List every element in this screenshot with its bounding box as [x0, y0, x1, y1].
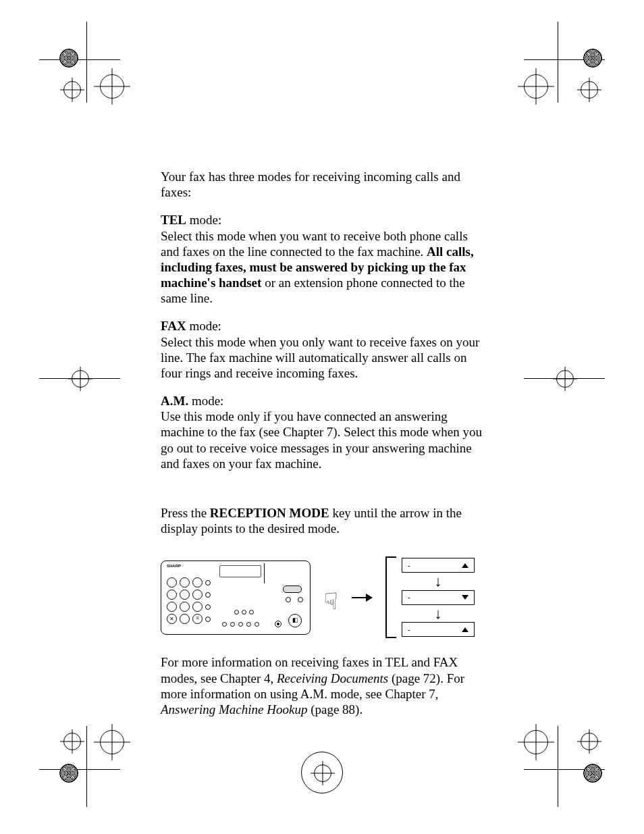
registration-mark-icon: [39, 726, 120, 807]
tel-mode-name: TEL: [161, 213, 186, 227]
registration-mark-icon: [524, 351, 605, 432]
fax-panel-illustration: SHARP ◧: [161, 561, 311, 635]
fax-mode-suffix: mode:: [186, 319, 221, 333]
footer-italic2: Answering Machine Hookup: [161, 702, 307, 716]
footer-text: For more information on receiving faxes …: [161, 654, 485, 717]
fax-mode-block: FAX mode: Select this mode when you only…: [161, 318, 485, 381]
indicator-up-icon: [462, 627, 468, 632]
brand-label: SHARP: [167, 564, 181, 569]
intro-text: Your fax has three modes for receiving i…: [161, 169, 485, 200]
am-desc: Use this mode only if you have connected…: [161, 409, 482, 471]
registration-mark-icon: [301, 752, 343, 793]
bracket-icon: [385, 556, 396, 638]
arrow-down-icon: ↓: [435, 575, 442, 588]
small-circle-icon: [275, 621, 281, 627]
registration-mark-icon: [524, 22, 605, 103]
state-dash: -: [408, 625, 410, 634]
tel-desc-before: Select this mode when you want to receiv…: [161, 229, 468, 259]
arrow-right-icon: [352, 597, 372, 598]
state-box-1: -: [402, 558, 475, 573]
state-box-2: -: [402, 590, 475, 605]
bottom-buttons-icon: [222, 622, 259, 627]
state-dash: -: [408, 561, 410, 570]
indicator-down-icon: [462, 595, 468, 600]
right-buttons-icon: [283, 585, 303, 602]
page-content: Your fax has three modes for receiving i…: [161, 169, 485, 729]
press-before: Press the: [161, 506, 210, 520]
mid-buttons-icon: [234, 610, 254, 615]
state-bracket-group: - ↓ - ↓ -: [385, 556, 475, 638]
display-states: - ↓ - ↓ -: [402, 556, 475, 638]
am-mode-name: A.M.: [161, 394, 188, 408]
footer-italic1: Receiving Documents: [277, 671, 388, 685]
am-mode-suffix: mode:: [188, 394, 223, 408]
diagram-row: SHARP ◧ ☟: [161, 556, 485, 638]
lcd-display-icon: [219, 565, 261, 577]
press-instruction: Press the RECEPTION MODE key until the a…: [161, 505, 485, 536]
fax-mode-name: FAX: [161, 319, 186, 333]
state-dash: -: [408, 593, 410, 602]
am-mode-block: A.M. mode: Use this mode only if you hav…: [161, 393, 485, 471]
tel-mode-block: TEL mode: Select this mode when you want…: [161, 212, 485, 306]
reception-mode-key-label: RECEPTION MODE: [210, 506, 329, 520]
tel-mode-suffix: mode:: [186, 213, 221, 227]
start-button-icon: ◧: [288, 614, 302, 627]
callout-line: [264, 563, 265, 583]
press-finger-icon: ☟: [324, 590, 338, 613]
fax-desc: Select this mode when you only want to r…: [161, 335, 479, 380]
arrow-down-icon: ↓: [435, 608, 442, 620]
indicator-up-icon: [462, 563, 468, 568]
keypad-icon: [167, 577, 211, 626]
state-box-3: -: [402, 622, 475, 637]
footer-part3: (page 88).: [307, 702, 363, 716]
registration-mark-icon: [524, 726, 605, 807]
registration-mark-icon: [39, 351, 120, 432]
registration-mark-icon: [39, 22, 120, 103]
